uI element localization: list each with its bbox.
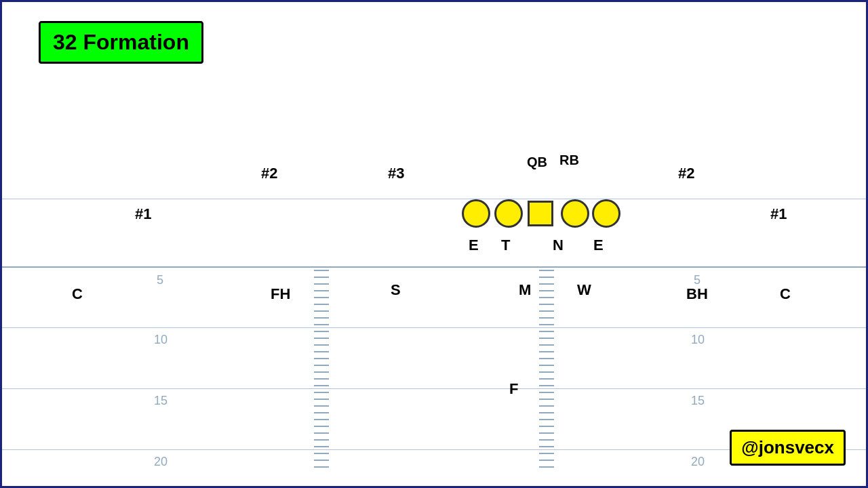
yard-num-left-20: 20 [154,455,167,469]
yard-num-left-5: 5 [157,273,163,287]
field-line-1 [2,327,866,328]
label-m: M [519,281,531,299]
player-e-right-circle [561,199,589,228]
right-yard-dashes [539,270,554,468]
label-left-3: #3 [388,165,404,182]
yard-num-right-10: 10 [691,333,705,347]
field-line-top [2,199,866,199]
label-right-c: C [780,285,791,303]
player-e-left-circle [462,199,490,228]
left-yard-dashes [314,270,329,468]
label-right-1: #1 [770,205,787,223]
label-left-2: #2 [261,165,277,182]
player-t-circle [494,199,523,228]
label-n: N [553,237,564,254]
label-s: S [391,281,401,299]
yard-num-right-15: 15 [691,394,705,408]
yard-num-right-5: 5 [694,273,701,287]
label-rb: RB [559,152,579,168]
label-right-2: #2 [678,165,694,182]
label-left-1-top: #1 [135,205,151,223]
player-n-square [528,201,553,226]
label-qb: QB [527,155,547,170]
label-w: W [577,281,591,299]
formation-title: 32 Formation [39,21,203,64]
yard-num-left-15: 15 [154,394,167,408]
yard-num-right-20: 20 [691,455,705,469]
label-bh: BH [686,285,708,303]
label-t: T [501,237,510,254]
label-f: F [509,380,518,398]
label-e-left: E [469,237,479,254]
field-line-2 [2,388,866,389]
yard-num-left-10: 10 [154,333,167,347]
player-extra-circle [592,199,620,228]
watermark: @jonsvecx [730,430,846,466]
label-e-right: E [593,237,604,254]
label-left-c: C [72,285,83,303]
label-fh: FH [271,285,290,303]
scrimmage-line [2,266,866,268]
